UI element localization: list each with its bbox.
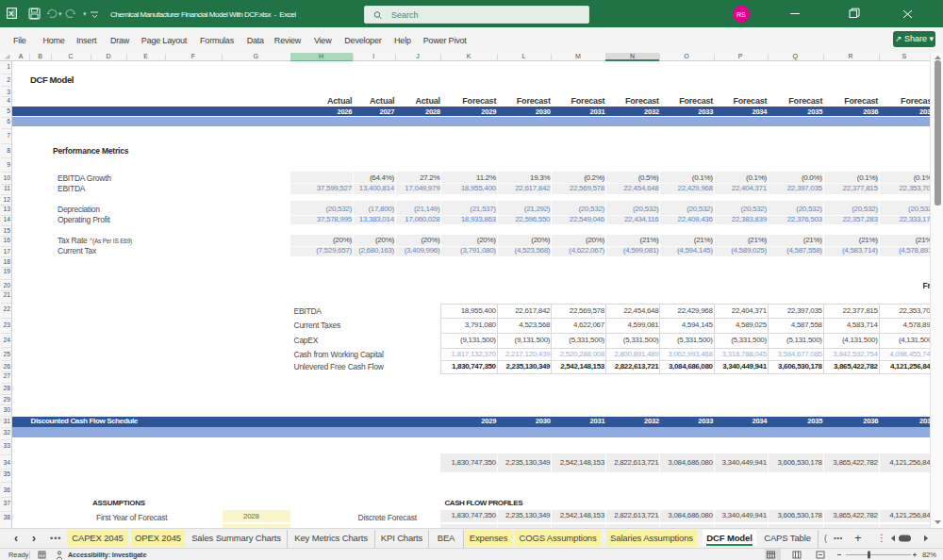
svg-text:X: X xyxy=(8,9,14,18)
svg-text:▾: ▾ xyxy=(58,10,62,17)
svg-text:RS: RS xyxy=(736,11,746,18)
svg-text:▾: ▾ xyxy=(83,10,87,17)
